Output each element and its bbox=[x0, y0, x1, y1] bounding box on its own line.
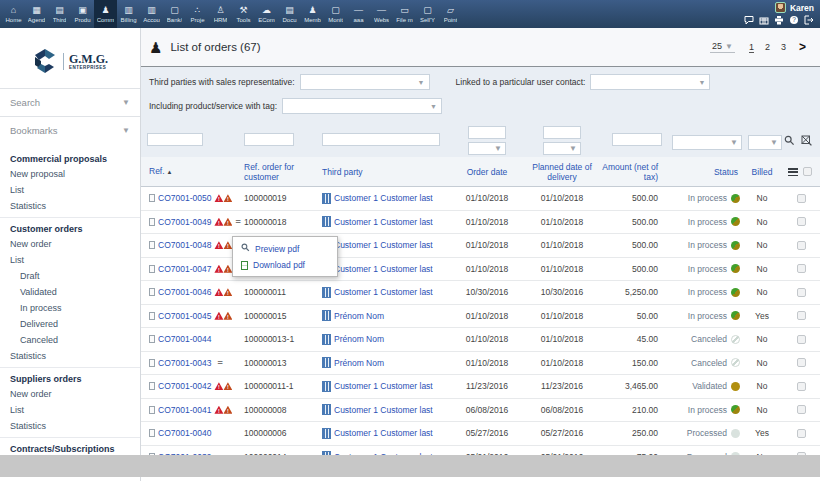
column-header-planned-date[interactable]: Planned date of delivery bbox=[522, 162, 602, 182]
menu-hrm[interactable]: ♙ HRM bbox=[209, 0, 232, 28]
row-checkbox[interactable] bbox=[797, 429, 806, 438]
row-checkbox[interactable] bbox=[797, 311, 806, 320]
third-party-link[interactable]: Prénom Nom bbox=[334, 311, 384, 321]
third-party-link[interactable]: Customer 1 Customer last bbox=[334, 381, 433, 391]
select-columns-icon[interactable] bbox=[788, 168, 798, 176]
row-checkbox[interactable] bbox=[797, 335, 806, 344]
chat-icon[interactable] bbox=[744, 15, 754, 25]
menu-commercial[interactable]: ♟ Comm bbox=[94, 0, 117, 28]
download-pdf-menu-item[interactable]: Download pdf bbox=[233, 257, 337, 273]
column-header-customer-ref[interactable]: Ref. order for customer bbox=[244, 162, 322, 182]
third-party-link[interactable]: Customer 1 Customer last bbox=[334, 428, 433, 438]
third-party-link[interactable]: Prénom Nom bbox=[334, 358, 384, 368]
sidebar-item-list[interactable]: List bbox=[0, 182, 140, 198]
sidebar-search-dropdown[interactable]: Search▼ bbox=[0, 88, 140, 116]
column-header-amount[interactable]: Amount (net of tax) bbox=[602, 162, 666, 182]
user-menu[interactable]: Karen bbox=[775, 2, 814, 13]
help-icon[interactable]: ? bbox=[789, 15, 799, 25]
row-checkbox[interactable] bbox=[797, 194, 806, 203]
amount-filter-input[interactable] bbox=[612, 133, 662, 146]
third-party-link[interactable]: Prénom Nom bbox=[334, 334, 384, 344]
row-checkbox[interactable] bbox=[797, 288, 806, 297]
third-party-link[interactable]: Customer 1 Customer last bbox=[334, 264, 433, 274]
order-date-year-select[interactable]: ▼ bbox=[468, 142, 506, 155]
menu-members[interactable]: ♟ Memb bbox=[301, 0, 324, 28]
third-party-filter-input[interactable] bbox=[322, 133, 440, 146]
preview-pdf-menu-item[interactable]: Preview pdf bbox=[233, 240, 337, 257]
row-checkbox[interactable] bbox=[797, 264, 806, 273]
order-ref-link[interactable]: CO7001-0050 bbox=[158, 193, 211, 203]
logout-icon[interactable] bbox=[804, 15, 814, 25]
menu-file-manager[interactable]: ▭ File m bbox=[393, 0, 416, 28]
column-header-billed[interactable]: Billed bbox=[742, 167, 782, 177]
customer-ref-filter-input[interactable] bbox=[244, 133, 294, 146]
column-header-order-date[interactable]: Order date bbox=[452, 167, 522, 177]
menu-website[interactable]: — Webs bbox=[370, 0, 393, 28]
search-icon[interactable] bbox=[784, 132, 795, 150]
status-filter-select[interactable]: ▼ bbox=[672, 135, 742, 150]
menu-products[interactable]: ▣ Produ bbox=[71, 0, 94, 28]
third-party-link[interactable]: Customer 1 Customer last bbox=[334, 217, 433, 227]
menu-tools[interactable]: ⚒ Tools bbox=[232, 0, 255, 28]
menu-monitoring[interactable]: ▢ Monit bbox=[324, 0, 347, 28]
menu-documents[interactable]: ▤ Docu bbox=[278, 0, 301, 28]
menu-bank[interactable]: ▢ Bank/ bbox=[163, 0, 186, 28]
third-party-link[interactable]: Customer 1 Customer last bbox=[334, 193, 433, 203]
sidebar-item-new-proposal[interactable]: New proposal bbox=[0, 166, 140, 182]
order-ref-link[interactable]: CO7001-0042 bbox=[158, 381, 211, 391]
sidebar-item-new-order[interactable]: New order bbox=[0, 236, 140, 252]
menu-projects[interactable]: ∴ Proje bbox=[186, 0, 209, 28]
column-header-status[interactable]: Status bbox=[666, 167, 742, 177]
sidebar-item-canceled[interactable]: Canceled bbox=[0, 332, 140, 348]
sales-rep-filter-select[interactable]: ▼ bbox=[300, 74, 430, 90]
row-checkbox[interactable] bbox=[797, 382, 806, 391]
row-checkbox[interactable] bbox=[797, 358, 806, 367]
sidebar-item-list[interactable]: List bbox=[0, 402, 140, 418]
third-party-link[interactable]: Customer 1 Customer last bbox=[334, 405, 433, 415]
ref-filter-input[interactable] bbox=[147, 133, 203, 146]
menu-pos[interactable]: ▱ Point bbox=[439, 0, 462, 28]
third-party-link[interactable]: Customer 1 Customer last bbox=[334, 240, 433, 250]
menu-ecommerce[interactable]: ☁ ECom bbox=[255, 0, 278, 28]
order-ref-link[interactable]: CO7001-0047 bbox=[158, 264, 211, 274]
sidebar-item-validated[interactable]: Validated bbox=[0, 284, 140, 300]
row-checkbox[interactable] bbox=[797, 241, 806, 250]
tag-filter-select[interactable]: ▼ bbox=[282, 98, 442, 114]
sidebar-item-in-process[interactable]: In process bbox=[0, 300, 140, 316]
gift-icon[interactable] bbox=[759, 15, 769, 25]
order-ref-link[interactable]: CO7001-0043 bbox=[158, 358, 211, 368]
sidebar-item-statistics[interactable]: Statistics bbox=[0, 198, 140, 214]
page-1[interactable]: 1 bbox=[749, 42, 754, 53]
order-ref-link[interactable]: CO7001-0045 bbox=[158, 311, 211, 321]
menu-accountancy[interactable]: ▥ Accou bbox=[140, 0, 163, 28]
order-ref-link[interactable]: CO7001-0044 bbox=[158, 334, 211, 344]
menu-sellyoursaas[interactable]: ▢ Sell'Y bbox=[416, 0, 439, 28]
menu-third-parties[interactable]: ▤ Third bbox=[48, 0, 71, 28]
third-party-link[interactable]: Customer 1 Customer last bbox=[334, 287, 433, 297]
printer-icon[interactable] bbox=[774, 15, 784, 25]
menu-home[interactable]: ⌂ Home bbox=[2, 0, 25, 28]
order-ref-link[interactable]: CO7001-0049 bbox=[158, 217, 211, 227]
order-ref-link[interactable]: CO7001-0041 bbox=[158, 405, 211, 415]
order-ref-link[interactable]: CO7001-0046 bbox=[158, 287, 211, 297]
planned-date-year-select[interactable]: ▼ bbox=[543, 142, 581, 155]
order-ref-link[interactable]: CO7001-0048 bbox=[158, 240, 211, 250]
billed-filter-select[interactable]: ▼ bbox=[748, 135, 782, 150]
generated-doc-icon[interactable]: = bbox=[235, 217, 240, 227]
select-all-checkbox[interactable] bbox=[803, 167, 812, 176]
menu-agenda[interactable]: ▦ Agend bbox=[25, 0, 48, 28]
sidebar-item-list[interactable]: List bbox=[0, 252, 140, 268]
column-header-ref[interactable]: Ref.▲ bbox=[147, 166, 244, 177]
page-3[interactable]: 3 bbox=[781, 42, 786, 52]
user-contact-filter-select[interactable]: ▼ bbox=[590, 74, 710, 90]
menu-aaa[interactable]: — aaa bbox=[347, 0, 370, 28]
row-checkbox[interactable] bbox=[797, 217, 806, 226]
planned-date-filter-input[interactable] bbox=[543, 126, 581, 139]
column-header-third-party[interactable]: Third party bbox=[322, 167, 452, 177]
generated-doc-icon[interactable]: = bbox=[217, 358, 222, 368]
sidebar-item-statistics[interactable]: Statistics bbox=[0, 418, 140, 434]
sidebar-item-draft[interactable]: Draft bbox=[0, 268, 140, 284]
clear-filters-icon[interactable] bbox=[801, 132, 812, 150]
sidebar-item-statistics[interactable]: Statistics bbox=[0, 348, 140, 364]
sidebar-item-new-order[interactable]: New order bbox=[0, 386, 140, 402]
